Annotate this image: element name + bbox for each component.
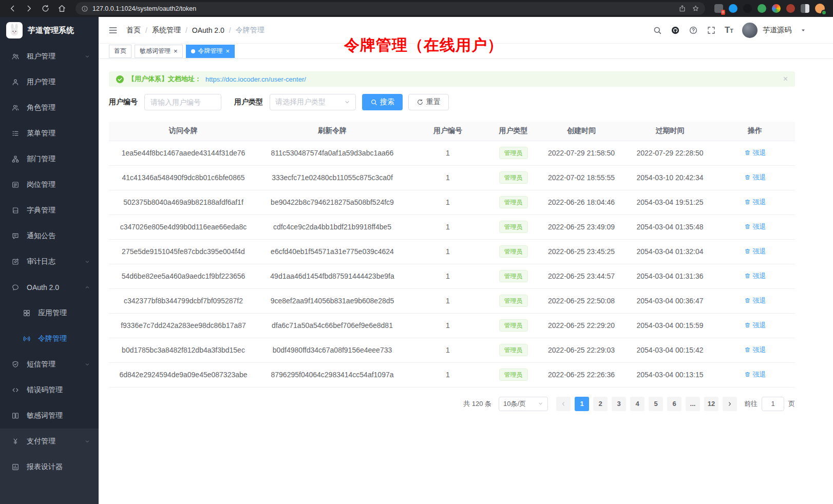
sidebar-item-6[interactable]: 字典管理	[0, 198, 99, 223]
doc-alert-link[interactable]: https://doc.iocoder.cn/user-center/	[205, 75, 306, 83]
page-button-1[interactable]: 1	[575, 397, 589, 411]
sidebar-item-13[interactable]: 错误码管理	[0, 377, 99, 403]
collapse-sidebar-icon[interactable]	[108, 25, 118, 35]
search-icon[interactable]	[653, 26, 662, 35]
prev-page-button[interactable]	[556, 397, 571, 411]
user-type-cell: 管理员	[489, 141, 538, 165]
navbar-actions: TT 芋道源码	[653, 23, 806, 38]
sidebar-item-label: 报表设计器	[27, 462, 63, 472]
roles-icon	[11, 104, 20, 112]
report-designer-icon	[11, 463, 20, 471]
extension-icon-2[interactable]	[729, 4, 737, 13]
fullscreen-icon[interactable]	[707, 26, 716, 35]
help-icon[interactable]	[689, 26, 698, 35]
page-button-5[interactable]: 5	[649, 397, 663, 411]
sidebar-item-8[interactable]: 审计日志	[0, 249, 99, 275]
sidebar-item-11[interactable]: 令牌管理	[0, 326, 99, 352]
audit-log-icon	[11, 258, 20, 266]
force-logout-button[interactable]: 强退	[744, 222, 766, 231]
sidebar-item-16[interactable]: 报表设计器	[0, 454, 99, 480]
chevron-right-icon	[727, 401, 733, 407]
trash-icon	[744, 149, 751, 156]
page-button-2[interactable]: 2	[593, 397, 608, 411]
alert-close-icon[interactable]: ×	[783, 75, 788, 83]
bookmark-star-icon[interactable]	[692, 5, 699, 12]
sidebar-item-0[interactable]: 租户管理	[0, 44, 99, 69]
sidebar-item-9[interactable]: OAuth 2.0	[0, 275, 99, 300]
user-type-badge: 管理员	[499, 270, 528, 282]
force-logout-button[interactable]: 强退	[744, 148, 766, 158]
extension-icon-3[interactable]	[743, 4, 752, 13]
breadcrumb-item-2[interactable]: OAuth 2.0	[192, 26, 224, 34]
share-icon[interactable]	[678, 5, 686, 12]
next-page-button[interactable]	[723, 397, 737, 411]
breadcrumb-item-1[interactable]: 系统管理	[152, 26, 181, 35]
username: 芋道源码	[763, 26, 791, 35]
sidebar-item-14[interactable]: 敏感词管理	[0, 403, 99, 429]
tab-2[interactable]: 令牌管理×	[186, 45, 235, 58]
breadcrumb-item-0[interactable]: 首页	[126, 26, 141, 35]
sidebar-item-12[interactable]: 短信管理	[0, 352, 99, 377]
browser-home-icon[interactable]	[58, 4, 66, 13]
tab-1[interactable]: 敏感词管理×	[135, 45, 183, 58]
sidebar-item-7[interactable]: 通知公告	[0, 223, 99, 249]
browser-reload-icon[interactable]	[41, 4, 50, 13]
extension-icon-1[interactable]	[714, 4, 723, 13]
sidebar-item-2[interactable]: 角色管理	[0, 95, 99, 121]
user-type-cell: 管理员	[489, 362, 538, 387]
force-logout-button[interactable]: 强退	[744, 321, 766, 330]
browser-forward-icon[interactable]	[25, 4, 33, 13]
browser-profile-avatar[interactable]	[815, 4, 825, 13]
page-button-4[interactable]: 4	[630, 397, 645, 411]
goto-page-input[interactable]	[762, 397, 784, 411]
tab-0[interactable]: 首页	[109, 45, 131, 58]
page-size-select[interactable]: 10条/页	[499, 397, 548, 411]
force-logout-label: 强退	[753, 247, 766, 256]
page-button-12[interactable]: 12	[704, 397, 718, 411]
user-avatar[interactable]	[742, 23, 758, 38]
app-logo[interactable]: 芋道管理系统	[0, 17, 99, 44]
force-logout-button[interactable]: 强退	[744, 370, 766, 379]
expire-time-cell: 2054-03-04 01:32:04	[625, 239, 715, 264]
force-logout-button[interactable]: 强退	[744, 247, 766, 256]
sidebar-item-3[interactable]: 菜单管理	[0, 121, 99, 146]
address-bar[interactable]: 127.0.0.1:1024/system/oauth2/token	[75, 2, 705, 15]
sidebar-item-1[interactable]: 用户管理	[0, 69, 99, 95]
search-button-label: 搜索	[380, 98, 394, 107]
user-id-cell: 1	[407, 190, 489, 215]
force-logout-button[interactable]: 强退	[744, 272, 766, 281]
page-button-3[interactable]: 3	[612, 397, 626, 411]
extension-icon-6[interactable]	[786, 4, 795, 13]
browser-nav-buttons	[6, 4, 66, 13]
dictionary-icon	[11, 206, 20, 215]
search-button[interactable]: 搜索	[362, 94, 403, 110]
browser-back-icon[interactable]	[8, 4, 17, 13]
sidebar-item-15[interactable]: 支付管理	[0, 429, 99, 454]
user-type-select[interactable]: 请选择用户类型	[270, 94, 356, 110]
tab-close-icon[interactable]: ×	[174, 48, 178, 54]
url-text[interactable]: 127.0.0.1:1024/system/oauth2/token	[92, 5, 674, 12]
force-logout-button[interactable]: 强退	[744, 296, 766, 305]
force-logout-button[interactable]: 强退	[744, 198, 766, 207]
reading-list-icon[interactable]	[801, 4, 809, 13]
github-icon[interactable]	[671, 26, 680, 35]
font-size-icon[interactable]: TT	[725, 25, 733, 35]
trash-icon	[744, 248, 751, 255]
force-logout-button[interactable]: 强退	[744, 345, 766, 355]
tab-close-icon[interactable]: ×	[226, 48, 230, 54]
sidebar-item-4[interactable]: 部门管理	[0, 146, 99, 172]
reset-button[interactable]: 重置	[408, 94, 449, 110]
user-menu-caret-icon[interactable]	[800, 27, 806, 33]
expire-time-cell: 2054-03-04 00:13:15	[625, 362, 715, 387]
force-logout-button[interactable]: 强退	[744, 173, 766, 182]
extension-icon-5[interactable]	[772, 4, 781, 13]
sidebar-item-10[interactable]: 应用管理	[0, 300, 99, 326]
user-type-cell: 管理员	[489, 288, 538, 313]
page-button-6[interactable]: 6	[667, 397, 681, 411]
user-id-input[interactable]	[144, 94, 221, 110]
pagination-more-button[interactable]: ...	[686, 397, 700, 411]
extension-icon-4[interactable]	[758, 4, 766, 13]
site-info-icon[interactable]	[81, 5, 88, 12]
expire-time-cell: 2054-03-04 01:35:48	[625, 215, 715, 239]
sidebar-item-5[interactable]: 岗位管理	[0, 172, 99, 198]
